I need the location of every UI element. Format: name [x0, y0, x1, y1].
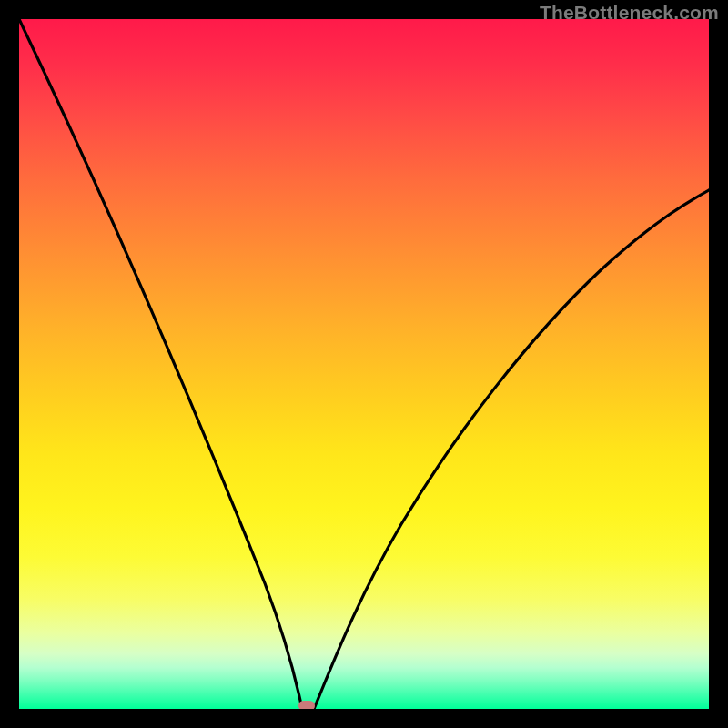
plot-area	[19, 19, 709, 709]
watermark-text: TheBottleneck.com	[540, 2, 719, 24]
chart-frame: TheBottleneck.com	[0, 0, 728, 728]
